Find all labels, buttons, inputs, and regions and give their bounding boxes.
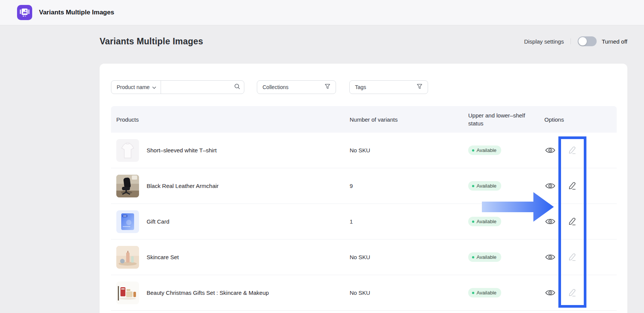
status-dot-icon <box>472 256 474 258</box>
status-label: Available <box>477 147 497 153</box>
topbar: Variants Multiple Images <box>0 0 644 25</box>
product-image <box>116 282 139 304</box>
edit-button[interactable] <box>566 180 578 192</box>
product-name: Beauty Christmas Gifts Set : Skincare & … <box>147 290 269 296</box>
variants-count: 1 <box>350 218 353 225</box>
multiple-images-icon <box>17 5 32 20</box>
status-dot-icon <box>472 221 474 223</box>
table-row: Black Real Leather Armchair 9 Available <box>111 168 617 204</box>
display-settings-toggle[interactable] <box>578 36 597 46</box>
edit-button[interactable] <box>566 287 578 299</box>
search-icon <box>234 83 240 91</box>
funnel-icon <box>325 84 330 91</box>
product-name: Short–sleeved white T–shirt <box>147 147 217 153</box>
search-group: Product name <box>111 80 244 94</box>
products-table: Products Number of variants Upper and lo… <box>111 106 617 311</box>
edit-button[interactable] <box>566 145 578 156</box>
status-badge: Available <box>468 252 501 262</box>
table-header: Products Number of variants Upper and lo… <box>111 106 617 133</box>
status-badge: Available <box>468 288 501 297</box>
column-header-products: Products <box>111 116 344 124</box>
product-name: Black Real Leather Armchair <box>147 183 219 189</box>
content-card: Product name Collections Tags <box>100 64 627 313</box>
app-title: Variants Multiple Images <box>39 9 114 16</box>
status-dot-icon <box>472 292 474 294</box>
product-image <box>116 246 139 269</box>
display-settings-label: Display settings <box>524 38 564 45</box>
page-header: Variants Multiple Images Display setting… <box>100 33 627 49</box>
variants-count: No SKU <box>350 254 370 260</box>
tags-filter[interactable]: Tags <box>349 80 428 94</box>
status-label: Available <box>477 183 497 189</box>
product-image <box>116 210 139 233</box>
variants-count: 9 <box>350 183 353 189</box>
status-label: Available <box>477 219 497 224</box>
table-body: Short–sleeved white T–shirt No SKU Avail… <box>111 133 617 311</box>
toggle-knob <box>578 37 587 45</box>
column-header-status: Upper and lower–shelf status <box>463 111 539 127</box>
chevron-down-icon <box>152 84 156 91</box>
view-button[interactable] <box>544 145 556 156</box>
search-input[interactable] <box>166 84 234 90</box>
header-divider <box>571 38 571 44</box>
status-label: Available <box>477 254 497 260</box>
view-button[interactable] <box>544 180 556 192</box>
table-row: Short–sleeved white T–shirt No SKU Avail… <box>111 133 617 168</box>
product-image <box>116 175 139 197</box>
status-dot-icon <box>472 149 474 152</box>
edit-button[interactable] <box>566 216 578 227</box>
table-row: Skincare Set No SKU Available <box>111 239 617 275</box>
view-button[interactable] <box>544 216 556 227</box>
product-name: Gift Card <box>147 218 169 225</box>
status-label: Available <box>477 290 497 296</box>
view-button[interactable] <box>544 287 556 299</box>
status-badge: Available <box>468 217 501 226</box>
funnel-icon <box>417 84 422 91</box>
column-header-options: Options <box>539 116 617 124</box>
toggle-state-label: Turned off <box>602 38 627 45</box>
search-field-selector[interactable]: Product name <box>111 81 161 94</box>
variants-count: No SKU <box>350 147 370 153</box>
search-field-selector-label: Product name <box>117 84 150 90</box>
filter-bar: Product name Collections Tags <box>111 80 428 94</box>
status-dot-icon <box>472 185 474 187</box>
table-row: Gift Card 1 Available <box>111 204 617 239</box>
view-button[interactable] <box>544 252 556 263</box>
product-image <box>116 139 139 162</box>
variants-count: No SKU <box>350 290 370 296</box>
product-name: Skincare Set <box>147 254 179 260</box>
tags-filter-label: Tags <box>355 84 366 90</box>
column-header-variants: Number of variants <box>344 116 463 124</box>
edit-button[interactable] <box>566 252 578 263</box>
page-title: Variants Multiple Images <box>100 36 203 47</box>
collections-filter-label: Collections <box>263 84 288 90</box>
table-row: Beauty Christmas Gifts Set : Skincare & … <box>111 275 617 311</box>
collections-filter[interactable]: Collections <box>257 80 336 94</box>
status-badge: Available <box>468 181 501 191</box>
status-badge: Available <box>468 146 501 155</box>
